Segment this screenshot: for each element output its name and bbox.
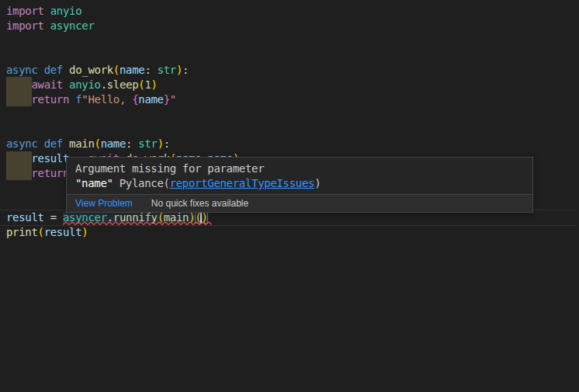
code-token <box>6 78 31 91</box>
code-token: name <box>138 93 163 106</box>
code-token: main <box>69 137 94 150</box>
code-token <box>6 93 31 106</box>
code-line[interactable]: import anyio <box>6 4 239 19</box>
code-token: import <box>6 5 44 17</box>
code-token <box>38 137 44 150</box>
code-line[interactable] <box>6 107 239 122</box>
code-line[interactable]: return f"Hello, {name}" <box>6 92 239 107</box>
code-line[interactable] <box>6 33 239 48</box>
code-token: anyio <box>50 5 82 17</box>
code-editor[interactable]: import anyioimport asyncerasync def do_w… <box>0 0 579 392</box>
code-token: result <box>31 152 69 165</box>
code-token <box>44 5 50 17</box>
error-squiggle-underline <box>63 221 212 226</box>
code-token: asyncer <box>50 19 95 32</box>
code-token: 1 <box>144 78 151 91</box>
code-line[interactable] <box>6 48 239 63</box>
code-token: anyio <box>69 78 101 91</box>
code-token: ( <box>113 64 120 76</box>
tooltip-footer: View Problem No quick fixes available <box>67 194 532 212</box>
tooltip-message: Argument missing for parameter "name" Py… <box>67 158 532 194</box>
code-line[interactable] <box>6 122 239 137</box>
code-token <box>6 167 31 179</box>
code-token: = <box>44 211 63 224</box>
tooltip-source-prefix: Pylance( <box>113 177 170 189</box>
code-token: : <box>144 64 157 76</box>
code-line[interactable]: print(result) <box>6 225 239 240</box>
code-token: ) <box>151 78 158 91</box>
code-token: ( <box>95 137 101 150</box>
code-token: def <box>44 137 63 150</box>
code-token: ) <box>176 64 182 76</box>
code-token <box>44 19 50 32</box>
code-token <box>38 64 44 76</box>
code-token: import <box>6 19 44 32</box>
code-token: : <box>164 137 170 150</box>
code-token: str <box>158 64 176 76</box>
code-token: name <box>101 137 126 150</box>
code-token: async <box>6 137 38 150</box>
code-token: . <box>101 78 107 91</box>
code-token: : <box>182 64 189 76</box>
code-token: sleep <box>107 78 139 91</box>
code-token: } <box>164 93 170 106</box>
tooltip-message-line2: "name" Pylance(reportGeneralTypeIssues) <box>75 176 524 191</box>
hover-tooltip: Argument missing for parameter "name" Py… <box>66 157 533 213</box>
code-token: def <box>44 64 63 76</box>
code-token: result <box>44 226 82 238</box>
code-token: "Hello, <box>81 93 132 106</box>
tooltip-param-name: "name" <box>75 177 113 189</box>
no-quick-fixes-label: No quick fixes available <box>151 198 248 209</box>
code-token: ( <box>38 226 44 238</box>
code-token: async <box>6 64 38 76</box>
code-token <box>63 78 69 91</box>
code-token <box>6 152 31 165</box>
code-token <box>69 93 75 106</box>
code-line[interactable]: async def main(name: str): <box>6 137 239 151</box>
code-line[interactable]: async def do_work(name: str): <box>6 63 239 78</box>
tooltip-rule-link[interactable]: reportGeneralTypeIssues <box>170 177 315 189</box>
code-token: name <box>120 64 144 76</box>
code-token: : <box>126 137 138 150</box>
code-token: await <box>31 78 63 91</box>
code-line[interactable]: await anyio.sleep(1) <box>6 78 239 92</box>
code-token <box>63 64 69 76</box>
code-line[interactable]: import asyncer <box>6 19 239 33</box>
code-token: do_work <box>69 64 113 76</box>
code-token: return <box>31 93 69 106</box>
tooltip-message-line1: Argument missing for parameter <box>75 161 524 176</box>
code-token: ) <box>158 137 164 150</box>
code-token: str <box>138 137 157 150</box>
code-token: " <box>170 93 176 106</box>
code-token <box>63 137 69 150</box>
code-token: result <box>6 211 44 224</box>
view-problem-link[interactable]: View Problem <box>75 198 133 209</box>
code-token: ) <box>81 226 88 238</box>
tooltip-source-suffix: ) <box>314 177 321 189</box>
code-token: print <box>6 226 38 238</box>
code-token: return <box>31 167 69 179</box>
